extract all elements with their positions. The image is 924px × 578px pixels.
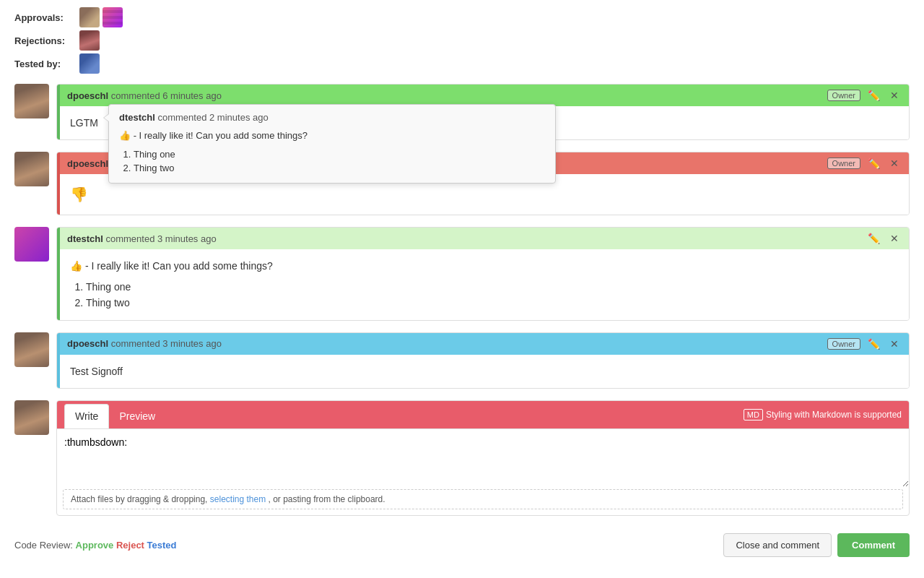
avatar-img: [79, 7, 100, 27]
approvals-row: Approvals:: [14, 7, 910, 27]
comment-item: dpoeschl commented 3 minutes ago Owner ✏…: [14, 332, 910, 389]
comment-time: commented 3 minutes ago: [111, 338, 222, 349]
avatar-img: [14, 227, 49, 262]
comment-meta: dpoeschl commented 3 minutes ago: [67, 338, 222, 349]
drop-text2: , or pasting from the clipboard.: [269, 494, 385, 504]
tested-label: Tested by:: [14, 59, 79, 69]
edit-comment-button[interactable]: ✏️: [865, 157, 883, 170]
tooltip-time: 2 minutes ago: [209, 112, 269, 123]
comment-avatar: [14, 84, 49, 118]
comment-avatar: [14, 227, 49, 262]
tooltip-list-item: Thing two: [134, 161, 545, 176]
comment-actions: Owner ✏️ ✕: [827, 157, 902, 170]
comment-actions: Owner ✏️ ✕: [827, 89, 902, 102]
footer-buttons: Close and comment Comment: [723, 533, 910, 557]
comment-meta: dpoeschl commented 6 minutes ago: [67, 90, 222, 101]
comment-username: dpoeschl: [67, 338, 108, 349]
delete-comment-button[interactable]: ✕: [887, 157, 902, 170]
approval-avatar-2: [103, 7, 123, 27]
close-and-comment-button[interactable]: Close and comment: [723, 533, 832, 557]
tooltip-list: Thing one Thing two: [134, 147, 545, 176]
comment-actions: Owner ✏️ ✕: [827, 337, 902, 350]
rejections-row: Rejections:: [14, 30, 910, 51]
thumbsdown-emoji: 👎: [70, 186, 88, 202]
comment-actions: ✏️ ✕: [865, 232, 902, 245]
comment-header: dpoeschl commented 3 minutes ago Owner ✏…: [60, 333, 909, 355]
drop-text: Attach files by dragging & dropping,: [71, 494, 207, 504]
owner-badge: Owner: [827, 338, 860, 350]
comment-item: dtestchl commented 3 minutes ago ✏️ ✕ 👍 …: [14, 227, 910, 320]
edit-comment-button[interactable]: ✏️: [865, 89, 883, 102]
review-meta: Approvals: Rejections: Tested by:: [14, 7, 910, 74]
comment-body: dpoeschl commented 3 minutes ago Owner ✏…: [56, 332, 910, 389]
tab-preview[interactable]: Preview: [109, 404, 165, 428]
comment-list-item: Thing two: [86, 295, 899, 311]
compose-avatar: [14, 400, 49, 435]
comment-avatar: [14, 332, 49, 367]
comment-username: dpoeschl: [67, 158, 108, 169]
approval-avatar-1: [79, 7, 100, 27]
edit-comment-button[interactable]: ✏️: [865, 337, 883, 350]
avatar-img: [14, 332, 49, 367]
owner-badge: Owner: [827, 158, 860, 169]
comment-meta: dtestchl commented 3 minutes ago: [67, 233, 217, 244]
comment-username: dpoeschl: [67, 90, 108, 101]
markdown-label: Styling with Markdown is supported: [766, 410, 902, 420]
comment-body: dtestchl commented 3 minutes ago ✏️ ✕ 👍 …: [56, 227, 910, 320]
tested-avatar-1: [79, 53, 100, 74]
approve-link[interactable]: Approve: [76, 540, 114, 551]
compose-area: Write Preview MD Styling with Markdown i…: [14, 400, 910, 516]
comment-text: Test Signoff: [60, 355, 909, 388]
comment-button[interactable]: Comment: [837, 533, 910, 557]
comment-username: dtestchl: [67, 233, 103, 244]
comment-content: LGTM: [70, 117, 98, 129]
comment-header: dtestchl commented 3 minutes ago ✏️ ✕: [60, 228, 909, 249]
avatar-img: [79, 30, 100, 51]
delete-comment-button[interactable]: ✕: [887, 337, 902, 350]
rejection-avatar-1: [79, 30, 100, 51]
footer-actions: Code Review: Approve Reject Tested Close…: [14, 527, 910, 563]
code-review-text: Code Review:: [14, 540, 73, 551]
select-files-link[interactable]: selecting them: [210, 494, 266, 504]
tooltip-thumbs: 👍: [119, 130, 131, 141]
comment-header: dpoeschl commented 6 minutes ago Owner ✏…: [60, 85, 909, 106]
tested-row: Tested by:: [14, 53, 910, 74]
comment-list: Thing one Thing two: [86, 279, 899, 311]
comment-time: commented 3 minutes ago: [105, 233, 216, 244]
avatar-img: [103, 7, 123, 27]
avatar-img: [14, 152, 49, 186]
compose-body: Write Preview MD Styling with Markdown i…: [56, 400, 910, 516]
comment-content: Test Signoff: [70, 366, 123, 377]
markdown-hint: MD Styling with Markdown is supported: [744, 401, 902, 428]
tested-link[interactable]: Tested: [147, 540, 177, 551]
comment-tooltip: dtestchl commented 2 minutes ago 👍 - I r…: [108, 104, 556, 184]
avatar-img: [14, 400, 49, 435]
tooltip-content: 👍 - I really like it! Can you add some t…: [119, 129, 545, 176]
comment-avatar: [14, 152, 49, 186]
markdown-icon: MD: [744, 409, 763, 420]
reject-link[interactable]: Reject: [116, 540, 144, 551]
comment-time: commented 6 minutes ago: [111, 90, 222, 101]
approvals-label: Approvals:: [14, 12, 79, 23]
avatar-img: [14, 84, 49, 118]
compose-tabs: Write Preview MD Styling with Markdown i…: [57, 401, 909, 429]
tooltip-action: commented: [157, 112, 206, 123]
edit-comment-button[interactable]: ✏️: [865, 232, 883, 245]
comment-main-text: 👍 - I really like it! Can you add some t…: [70, 258, 899, 274]
comment-list-item: Thing one: [86, 279, 899, 295]
code-review-label: Code Review: Approve Reject Tested: [14, 540, 177, 551]
tooltip-text: - I really like it! Can you add some thi…: [134, 130, 308, 141]
tooltip-list-item: Thing one: [134, 147, 545, 162]
tab-write[interactable]: Write: [64, 404, 109, 428]
comment-text: 👍 - I really like it! Can you add some t…: [60, 249, 909, 319]
avatar-img: [79, 53, 100, 74]
tooltip-username: dtestchl: [119, 112, 155, 123]
file-drop-area: Attach files by dragging & dropping, sel…: [63, 489, 903, 509]
compose-textarea[interactable]: :thumbsdown:: [57, 429, 909, 487]
rejections-label: Rejections:: [14, 35, 79, 46]
delete-comment-button[interactable]: ✕: [887, 232, 902, 245]
delete-comment-button[interactable]: ✕: [887, 89, 902, 102]
tooltip-header: dtestchl commented 2 minutes ago: [119, 112, 545, 123]
owner-badge: Owner: [827, 90, 860, 101]
